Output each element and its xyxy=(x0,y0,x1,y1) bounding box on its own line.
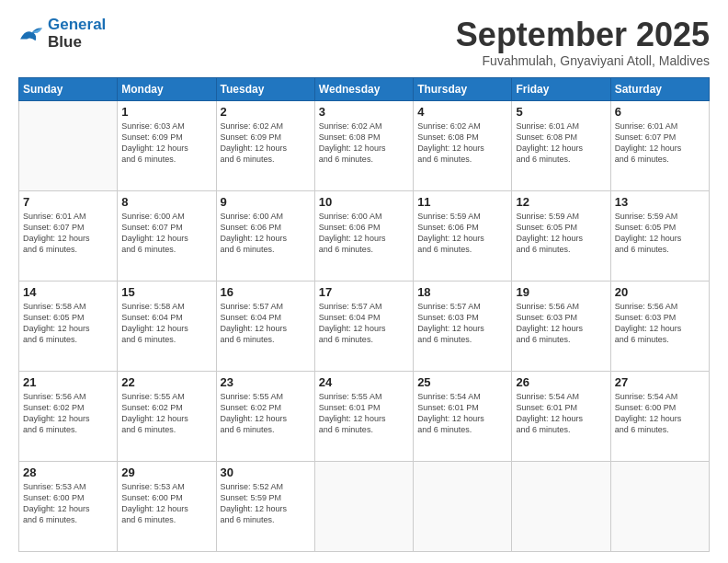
table-row: 19Sunrise: 5:56 AMSunset: 6:03 PMDayligh… xyxy=(512,281,610,371)
table-row: 9Sunrise: 6:00 AMSunset: 6:06 PMDaylight… xyxy=(216,190,314,281)
day-number: 17 xyxy=(319,285,409,299)
day-info: Sunrise: 6:01 AMSunset: 6:07 PMDaylight:… xyxy=(615,121,705,166)
day-number: 20 xyxy=(615,285,705,299)
table-row: 30Sunrise: 5:52 AMSunset: 5:59 PMDayligh… xyxy=(216,461,314,551)
table-row: 11Sunrise: 5:59 AMSunset: 6:06 PMDayligh… xyxy=(414,190,512,281)
day-number: 22 xyxy=(121,375,211,389)
day-number: 18 xyxy=(417,285,507,299)
table-row: 15Sunrise: 5:58 AMSunset: 6:04 PMDayligh… xyxy=(118,281,216,371)
day-number: 2 xyxy=(221,105,311,119)
day-info: Sunrise: 5:58 AMSunset: 6:04 PMDaylight:… xyxy=(121,301,211,346)
table-row: 8Sunrise: 6:00 AMSunset: 6:07 PMDaylight… xyxy=(118,190,216,281)
table-row xyxy=(314,461,413,551)
day-number: 21 xyxy=(23,375,113,389)
calendar-table: Sunday Monday Tuesday Wednesday Thursday… xyxy=(18,77,710,552)
page: General Blue September 2025 Fuvahmulah, … xyxy=(0,0,728,563)
day-info: Sunrise: 5:56 AMSunset: 6:02 PMDaylight:… xyxy=(23,391,113,436)
day-info: Sunrise: 5:56 AMSunset: 6:03 PMDaylight:… xyxy=(516,301,606,346)
day-number: 14 xyxy=(23,285,113,299)
table-row: 13Sunrise: 5:59 AMSunset: 6:05 PMDayligh… xyxy=(610,190,709,281)
calendar-week-row: 21Sunrise: 5:56 AMSunset: 6:02 PMDayligh… xyxy=(19,371,710,461)
day-number: 5 xyxy=(516,105,606,119)
table-row: 23Sunrise: 5:55 AMSunset: 6:02 PMDayligh… xyxy=(216,371,314,461)
calendar-week-row: 28Sunrise: 5:53 AMSunset: 6:00 PMDayligh… xyxy=(19,461,710,551)
logo-text-general: General xyxy=(48,17,106,34)
day-info: Sunrise: 5:59 AMSunset: 6:05 PMDaylight:… xyxy=(516,211,606,256)
day-number: 24 xyxy=(319,375,409,389)
day-number: 26 xyxy=(516,375,606,389)
logo-bird-icon xyxy=(18,24,44,44)
day-info: Sunrise: 5:52 AMSunset: 5:59 PMDaylight:… xyxy=(221,481,311,526)
table-row: 18Sunrise: 5:57 AMSunset: 6:03 PMDayligh… xyxy=(414,281,512,371)
day-number: 16 xyxy=(221,285,311,299)
table-row: 26Sunrise: 5:54 AMSunset: 6:01 PMDayligh… xyxy=(512,371,610,461)
day-info: Sunrise: 5:57 AMSunset: 6:04 PMDaylight:… xyxy=(221,301,311,346)
day-info: Sunrise: 5:54 AMSunset: 6:01 PMDaylight:… xyxy=(417,391,507,436)
calendar-week-row: 14Sunrise: 5:58 AMSunset: 6:05 PMDayligh… xyxy=(19,281,710,371)
day-info: Sunrise: 6:01 AMSunset: 6:08 PMDaylight:… xyxy=(516,121,606,166)
day-number: 12 xyxy=(516,195,606,209)
logo: General Blue xyxy=(18,17,106,51)
day-number: 19 xyxy=(516,285,606,299)
table-row: 16Sunrise: 5:57 AMSunset: 6:04 PMDayligh… xyxy=(216,281,314,371)
table-row: 12Sunrise: 5:59 AMSunset: 6:05 PMDayligh… xyxy=(512,190,610,281)
day-number: 29 xyxy=(121,465,211,479)
table-row xyxy=(512,461,610,551)
day-info: Sunrise: 6:02 AMSunset: 6:08 PMDaylight:… xyxy=(417,121,507,166)
table-row xyxy=(414,461,512,551)
day-info: Sunrise: 5:55 AMSunset: 6:02 PMDaylight:… xyxy=(121,391,211,436)
day-number: 3 xyxy=(319,105,409,119)
col-wednesday: Wednesday xyxy=(314,77,413,100)
day-number: 15 xyxy=(121,285,211,299)
calendar-week-row: 1Sunrise: 6:03 AMSunset: 6:09 PMDaylight… xyxy=(19,100,710,190)
day-info: Sunrise: 6:03 AMSunset: 6:09 PMDaylight:… xyxy=(121,121,211,166)
day-number: 27 xyxy=(615,375,705,389)
col-thursday: Thursday xyxy=(414,77,512,100)
col-friday: Friday xyxy=(512,77,610,100)
calendar-week-row: 7Sunrise: 6:01 AMSunset: 6:07 PMDaylight… xyxy=(19,190,710,281)
day-number: 6 xyxy=(615,105,705,119)
table-row: 5Sunrise: 6:01 AMSunset: 6:08 PMDaylight… xyxy=(512,100,610,190)
day-number: 11 xyxy=(417,195,507,209)
day-number: 7 xyxy=(23,195,113,209)
col-saturday: Saturday xyxy=(610,77,709,100)
day-number: 23 xyxy=(221,375,311,389)
table-row: 22Sunrise: 5:55 AMSunset: 6:02 PMDayligh… xyxy=(118,371,216,461)
table-row: 7Sunrise: 6:01 AMSunset: 6:07 PMDaylight… xyxy=(19,190,118,281)
table-row: 20Sunrise: 5:56 AMSunset: 6:03 PMDayligh… xyxy=(610,281,709,371)
col-sunday: Sunday xyxy=(19,77,118,100)
day-number: 4 xyxy=(417,105,507,119)
table-row: 10Sunrise: 6:00 AMSunset: 6:06 PMDayligh… xyxy=(314,190,413,281)
day-info: Sunrise: 5:55 AMSunset: 6:02 PMDaylight:… xyxy=(221,391,311,436)
day-info: Sunrise: 6:02 AMSunset: 6:09 PMDaylight:… xyxy=(221,121,311,166)
day-number: 8 xyxy=(121,195,211,209)
table-row: 4Sunrise: 6:02 AMSunset: 6:08 PMDaylight… xyxy=(414,100,512,190)
table-row: 2Sunrise: 6:02 AMSunset: 6:09 PMDaylight… xyxy=(216,100,314,190)
day-info: Sunrise: 6:00 AMSunset: 6:06 PMDaylight:… xyxy=(221,211,311,256)
table-row: 29Sunrise: 5:53 AMSunset: 6:00 PMDayligh… xyxy=(118,461,216,551)
day-info: Sunrise: 5:59 AMSunset: 6:06 PMDaylight:… xyxy=(417,211,507,256)
table-row: 21Sunrise: 5:56 AMSunset: 6:02 PMDayligh… xyxy=(19,371,118,461)
day-info: Sunrise: 5:57 AMSunset: 6:03 PMDaylight:… xyxy=(417,301,507,346)
day-info: Sunrise: 5:53 AMSunset: 6:00 PMDaylight:… xyxy=(23,481,113,526)
table-row: 27Sunrise: 5:54 AMSunset: 6:00 PMDayligh… xyxy=(610,371,709,461)
calendar-header-row: Sunday Monday Tuesday Wednesday Thursday… xyxy=(19,77,710,100)
day-info: Sunrise: 6:00 AMSunset: 6:07 PMDaylight:… xyxy=(121,211,211,256)
table-row: 1Sunrise: 6:03 AMSunset: 6:09 PMDaylight… xyxy=(118,100,216,190)
day-info: Sunrise: 5:54 AMSunset: 6:01 PMDaylight:… xyxy=(516,391,606,436)
day-info: Sunrise: 5:54 AMSunset: 6:00 PMDaylight:… xyxy=(615,391,705,436)
day-number: 10 xyxy=(319,195,409,209)
col-tuesday: Tuesday xyxy=(216,77,314,100)
title-block: September 2025 Fuvahmulah, Gnyaviyani At… xyxy=(456,17,710,68)
day-number: 9 xyxy=(221,195,311,209)
day-number: 1 xyxy=(121,105,211,119)
day-number: 13 xyxy=(615,195,705,209)
logo-text-blue: Blue xyxy=(48,34,106,52)
day-info: Sunrise: 5:55 AMSunset: 6:01 PMDaylight:… xyxy=(319,391,409,436)
day-info: Sunrise: 5:59 AMSunset: 6:05 PMDaylight:… xyxy=(615,211,705,256)
day-info: Sunrise: 5:56 AMSunset: 6:03 PMDaylight:… xyxy=(615,301,705,346)
day-number: 30 xyxy=(221,465,311,479)
table-row: 6Sunrise: 6:01 AMSunset: 6:07 PMDaylight… xyxy=(610,100,709,190)
table-row: 17Sunrise: 5:57 AMSunset: 6:04 PMDayligh… xyxy=(314,281,413,371)
day-info: Sunrise: 6:01 AMSunset: 6:07 PMDaylight:… xyxy=(23,211,113,256)
